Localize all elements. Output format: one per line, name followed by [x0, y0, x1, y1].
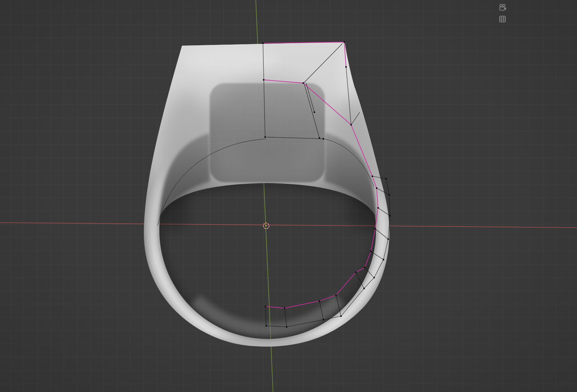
camera-view-icon[interactable] — [499, 4, 506, 12]
wireframe-vertex[interactable] — [372, 176, 373, 177]
wireframe-vertex[interactable] — [323, 138, 324, 140]
wireframe-vertex[interactable] — [385, 178, 387, 179]
wireframe-vertex[interactable] — [363, 288, 365, 289]
wireframe-vertex[interactable] — [335, 295, 337, 296]
wireframe-vertex[interactable] — [323, 319, 324, 320]
wireframe-vertex[interactable] — [389, 194, 390, 196]
grid-icon[interactable] — [499, 15, 506, 23]
wireframe-vertex[interactable] — [319, 300, 320, 302]
wireframe-vertex[interactable] — [387, 238, 389, 240]
viewport-corner-icons — [499, 4, 506, 23]
wireframe-vertex[interactable] — [265, 306, 266, 307]
wireframe-vertex[interactable] — [364, 267, 365, 268]
wireframe-vertex[interactable] — [355, 272, 356, 273]
wireframe-vertex[interactable] — [265, 325, 267, 327]
viewport-scene — [0, 0, 577, 392]
wireframe-vertex[interactable] — [340, 315, 342, 317]
wireframe-vertex[interactable] — [383, 259, 384, 260]
wireframe-vertex[interactable] — [286, 326, 287, 328]
wireframe-vertex[interactable] — [374, 228, 376, 229]
wireframe-vertex[interactable] — [377, 207, 379, 209]
wireframe-vertex[interactable] — [373, 277, 375, 278]
wireframe-vertex[interactable] — [263, 79, 264, 81]
wireframe-vertex[interactable] — [303, 82, 304, 84]
wireframe-vertex[interactable] — [370, 251, 372, 252]
wireframe-vertex[interactable] — [345, 66, 347, 68]
wireframe-vertex[interactable] — [350, 124, 352, 126]
wireframe-vertex[interactable] — [389, 215, 391, 216]
wireframe-vertex[interactable] — [284, 307, 285, 309]
wireframe-vertex[interactable] — [314, 111, 315, 113]
wireframe-vertex[interactable] — [376, 187, 377, 189]
wireframe-vertex[interactable] — [319, 137, 320, 139]
3d-viewport[interactable] — [0, 0, 577, 392]
wireframe-vertex[interactable] — [264, 136, 266, 138]
wireframe-vertex[interactable] — [344, 41, 345, 43]
origin-center-dot — [266, 225, 267, 227]
wireframe-vertex[interactable] — [262, 42, 264, 44]
